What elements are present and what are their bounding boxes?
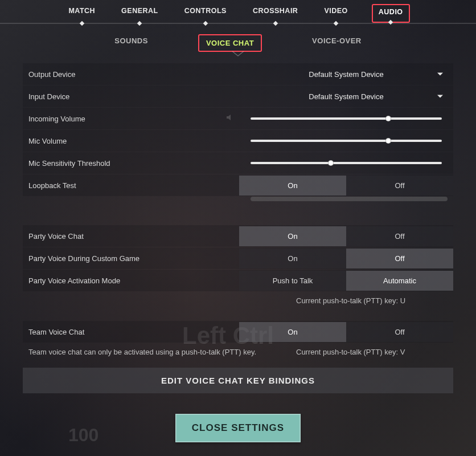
- subtab-voice-over[interactable]: VOICE-OVER: [307, 34, 366, 52]
- label-incoming-volume: Incoming Volume: [23, 115, 239, 123]
- edit-voice-bindings-button[interactable]: EDIT VOICE CHAT KEY BINDINGS: [23, 368, 453, 393]
- slider-thumb[interactable]: [328, 160, 334, 166]
- info-party-ptt: Current push-to-talk (PTT) key: U: [23, 292, 453, 310]
- tab-general-label: GENERAL: [121, 7, 158, 15]
- toggle-party-activation-ptt[interactable]: Push to Talk: [239, 271, 346, 291]
- tab-video[interactable]: VIDEO: [322, 7, 350, 23]
- toggle-party-voice: On Off: [239, 226, 453, 246]
- label-loopback-test: Loopback Test: [23, 181, 239, 190]
- dropdown-input-device[interactable]: Default System Device: [245, 88, 448, 105]
- slider-thumb[interactable]: [385, 138, 391, 144]
- tab-controls[interactable]: CONTROLS: [182, 7, 229, 23]
- slider-mic-sensitivity[interactable]: [251, 162, 442, 164]
- chevron-down-icon: [231, 49, 245, 56]
- row-team-voice-chat: Team Voice Chat On Off: [23, 321, 453, 343]
- toggle-party-voice-custom-on[interactable]: On: [239, 249, 346, 268]
- toggle-party-activation-auto[interactable]: Automatic: [346, 271, 453, 291]
- label-party-voice-custom: Party Voice During Custom Game: [23, 254, 239, 263]
- tab-general[interactable]: GENERAL: [119, 7, 161, 23]
- info-team-ptt: Team voice chat can only be activated us…: [23, 343, 453, 361]
- toggle-team-voice-on[interactable]: On: [239, 322, 346, 342]
- info-team-ptt-key: Current push-to-talk (PTT) key: V: [296, 348, 448, 356]
- toggle-party-voice-custom: On Off: [239, 249, 453, 268]
- row-mic-volume: Mic Volume: [23, 130, 453, 152]
- row-input-device: Input Device Default System Device: [23, 85, 453, 107]
- slider-mic-volume[interactable]: [251, 140, 442, 142]
- dropdown-output-device-value: Default System Device: [309, 70, 384, 79]
- toggle-loopback-off[interactable]: Off: [346, 176, 453, 196]
- row-output-device: Output Device Default System Device: [23, 63, 453, 85]
- loopback-meter: [251, 197, 448, 201]
- row-incoming-volume: Incoming Volume: [23, 108, 453, 129]
- tab-crosshair-label: CROSSHAIR: [253, 7, 298, 15]
- speaker-icon: [225, 113, 233, 124]
- toggle-team-voice: On Off: [239, 322, 453, 342]
- tab-controls-label: CONTROLS: [184, 7, 227, 15]
- toggle-loopback-on[interactable]: On: [239, 176, 346, 196]
- label-party-activation: Party Voice Activation Mode: [23, 276, 239, 285]
- row-mic-sensitivity: Mic Sensitivity Threshold: [23, 152, 453, 174]
- close-settings-button[interactable]: CLOSE SETTINGS: [175, 414, 301, 442]
- info-party-ptt-text: Current push-to-talk (PTT) key: U: [296, 296, 448, 305]
- row-loopback-test: Loopback Test On Off: [23, 174, 453, 196]
- top-tabs: MATCH GENERAL CONTROLS CROSSHAIR VIDEO A…: [0, 0, 476, 24]
- label-input-device: Input Device: [23, 92, 239, 101]
- caret-down-icon: [437, 95, 443, 98]
- caret-down-icon: [437, 73, 443, 76]
- tab-audio-label: AUDIO: [379, 8, 403, 16]
- subtab-sounds[interactable]: SOUNDS: [110, 34, 153, 52]
- toggle-loopback: On Off: [239, 176, 453, 196]
- tab-match[interactable]: MATCH: [66, 7, 97, 23]
- dropdown-output-device[interactable]: Default System Device: [245, 66, 448, 83]
- label-party-voice-chat: Party Voice Chat: [23, 232, 239, 241]
- sub-tabs: SOUNDS VOICE CHAT VOICE-OVER: [0, 24, 476, 59]
- tab-audio[interactable]: AUDIO: [372, 4, 410, 23]
- slider-thumb[interactable]: [385, 116, 391, 121]
- row-party-activation: Party Voice Activation Mode Push to Talk…: [23, 270, 453, 291]
- row-party-voice-chat: Party Voice Chat On Off: [23, 225, 453, 247]
- tab-match-label: MATCH: [68, 7, 95, 15]
- toggle-party-voice-off[interactable]: Off: [346, 226, 453, 246]
- info-team-ptt-note: Team voice chat can only be activated us…: [28, 348, 296, 356]
- label-mic-volume: Mic Volume: [23, 137, 239, 145]
- toggle-party-activation: Push to Talk Automatic: [239, 271, 453, 291]
- label-team-voice-chat: Team Voice Chat: [23, 328, 239, 336]
- loopback-meter-row: [23, 197, 453, 206]
- label-output-device: Output Device: [23, 70, 239, 79]
- tab-video-label: VIDEO: [324, 7, 347, 15]
- toggle-party-voice-on[interactable]: On: [239, 226, 346, 246]
- toggle-team-voice-off[interactable]: Off: [346, 322, 453, 342]
- dropdown-input-device-value: Default System Device: [309, 92, 384, 101]
- row-party-voice-custom: Party Voice During Custom Game On Off: [23, 247, 453, 269]
- slider-incoming-volume[interactable]: [251, 117, 442, 120]
- tab-crosshair[interactable]: CROSSHAIR: [251, 7, 301, 23]
- label-mic-sensitivity: Mic Sensitivity Threshold: [23, 159, 239, 168]
- toggle-party-voice-custom-off[interactable]: Off: [346, 249, 453, 268]
- subtab-voice-chat[interactable]: VOICE CHAT: [198, 34, 262, 52]
